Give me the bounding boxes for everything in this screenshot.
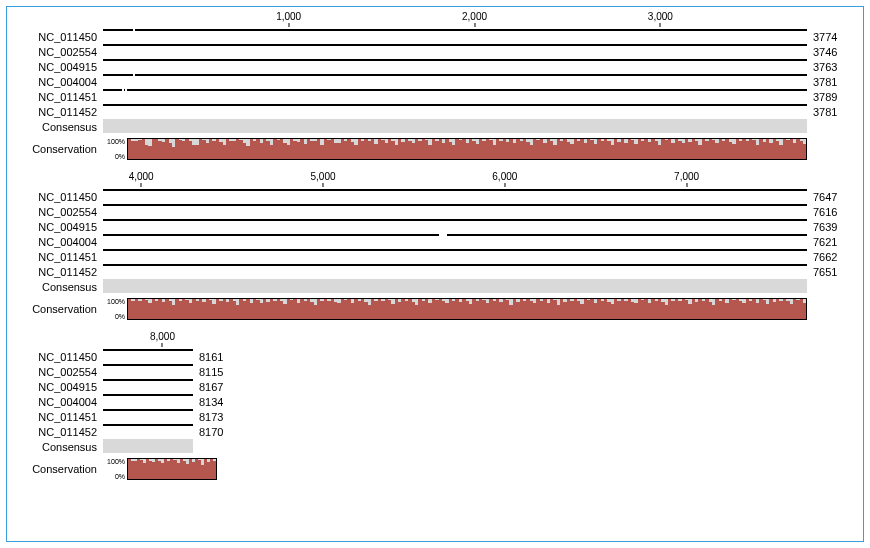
sequence-row: NC_0049157639 <box>13 219 857 234</box>
conservation-label: Conservation <box>32 143 97 155</box>
sequence-end-position: 8134 <box>193 396 243 408</box>
ruler-tick: 5,000 <box>310 171 335 187</box>
sequence-name: NC_004004 <box>13 76 103 88</box>
sequence-end-position: 3789 <box>807 91 857 103</box>
conservation-min-label: 0% <box>115 473 125 480</box>
sequence-row: NC_0040047621 <box>13 234 857 249</box>
ruler: 4,0005,0006,0007,000 <box>13 171 857 189</box>
sequence-name: NC_011451 <box>13 411 103 423</box>
sequence-end-position: 8167 <box>193 381 243 393</box>
sequence-track <box>103 349 193 351</box>
sequence-name: NC_004915 <box>13 221 103 233</box>
sequence-end-position: 8173 <box>193 411 243 423</box>
ruler-tick: 2,000 <box>462 11 487 27</box>
consensus-label: Consensus <box>13 441 103 453</box>
sequence-end-position: 8170 <box>193 426 243 438</box>
sequence-track <box>103 424 193 426</box>
conservation-bargraph <box>127 138 807 160</box>
consensus-row: Consensus <box>13 439 857 455</box>
ruler-tick: 6,000 <box>492 171 517 187</box>
sequence-name: NC_011451 <box>13 251 103 263</box>
sequence-row: NC_0114508161 <box>13 349 857 364</box>
sequence-row: NC_0114513789 <box>13 89 857 104</box>
sequence-track <box>103 44 807 46</box>
ruler: 8,000 <box>13 331 857 349</box>
sequence-name: NC_011452 <box>13 266 103 278</box>
sequence-end-position: 7651 <box>807 266 857 278</box>
sequence-name: NC_011452 <box>13 106 103 118</box>
consensus-band <box>103 439 193 453</box>
sequence-row: NC_0114507647 <box>13 189 857 204</box>
sequence-name: NC_011452 <box>13 426 103 438</box>
sequence-end-position: 8115 <box>193 366 243 378</box>
conservation-row: Conservation100%0% <box>13 455 857 483</box>
sequence-gap <box>125 88 127 92</box>
sequence-end-position: 7647 <box>807 191 857 203</box>
sequence-name: NC_011450 <box>13 31 103 43</box>
sequence-row: NC_0114503774 <box>13 29 857 44</box>
conservation-row: Conservation100%0% <box>13 295 857 323</box>
conservation-label: Conservation <box>32 463 97 475</box>
sequence-row: NC_0049158167 <box>13 379 857 394</box>
sequence-gap <box>133 28 135 32</box>
sequence-row: NC_0040043781 <box>13 74 857 89</box>
sequence-row: NC_0025548115 <box>13 364 857 379</box>
sequence-row: NC_0114527651 <box>13 264 857 279</box>
sequence-track <box>103 104 807 106</box>
sequence-track <box>103 59 807 61</box>
ruler-tick: 4,000 <box>129 171 154 187</box>
sequence-track <box>103 264 807 266</box>
alignment-block-2: 4,0005,0006,0007,000NC_0114507647NC_0025… <box>13 171 857 323</box>
sequence-name: NC_004915 <box>13 381 103 393</box>
ruler-tick: 8,000 <box>150 331 175 347</box>
conservation-bargraph <box>127 458 217 480</box>
sequence-track <box>103 204 807 206</box>
consensus-row: Consensus <box>13 279 857 295</box>
sequence-row: NC_0025543746 <box>13 44 857 59</box>
sequence-gap <box>133 73 135 77</box>
sequence-track <box>103 219 807 221</box>
sequence-name: NC_004004 <box>13 236 103 248</box>
consensus-label: Consensus <box>13 121 103 133</box>
sequence-name: NC_002554 <box>13 206 103 218</box>
alignment-block-1: 1,0002,0003,000NC_0114503774NC_002554374… <box>13 11 857 163</box>
sequence-track <box>103 409 193 411</box>
sequence-track <box>103 189 807 191</box>
sequence-end-position: 3774 <box>807 31 857 43</box>
sequence-end-position: 3763 <box>807 61 857 73</box>
sequence-gap <box>122 88 124 92</box>
sequence-end-position: 7639 <box>807 221 857 233</box>
sequence-track <box>103 74 807 76</box>
sequence-name: NC_004915 <box>13 61 103 73</box>
consensus-band <box>103 119 807 133</box>
conservation-min-label: 0% <box>115 313 125 320</box>
conservation-min-label: 0% <box>115 153 125 160</box>
sequence-row: NC_0049153763 <box>13 59 857 74</box>
conservation-max-label: 100% <box>107 458 125 465</box>
sequence-row: NC_0114517662 <box>13 249 857 264</box>
sequence-track <box>103 364 193 366</box>
conservation-label: Conservation <box>32 303 97 315</box>
sequence-track <box>103 29 807 31</box>
alignment-block-3: 8,000NC_0114508161NC_0025548115NC_004915… <box>13 331 857 483</box>
sequence-name: NC_011450 <box>13 191 103 203</box>
conservation-max-label: 100% <box>107 298 125 305</box>
conservation-row: Conservation100%0% <box>13 135 857 163</box>
sequence-end-position: 3781 <box>807 76 857 88</box>
sequence-row: NC_0114523781 <box>13 104 857 119</box>
sequence-row: NC_0025547616 <box>13 204 857 219</box>
ruler: 1,0002,0003,000 <box>13 11 857 29</box>
sequence-track <box>103 249 807 251</box>
sequence-end-position: 7616 <box>807 206 857 218</box>
sequence-track <box>103 379 193 381</box>
sequence-track <box>103 394 193 396</box>
sequence-gap <box>439 233 446 237</box>
sequence-end-position: 3746 <box>807 46 857 58</box>
conservation-bargraph <box>127 298 807 320</box>
sequence-name: NC_002554 <box>13 366 103 378</box>
sequence-row: NC_0040048134 <box>13 394 857 409</box>
sequence-end-position: 3781 <box>807 106 857 118</box>
conservation-max-label: 100% <box>107 138 125 145</box>
sequence-track <box>103 234 807 236</box>
ruler-tick: 3,000 <box>648 11 673 27</box>
